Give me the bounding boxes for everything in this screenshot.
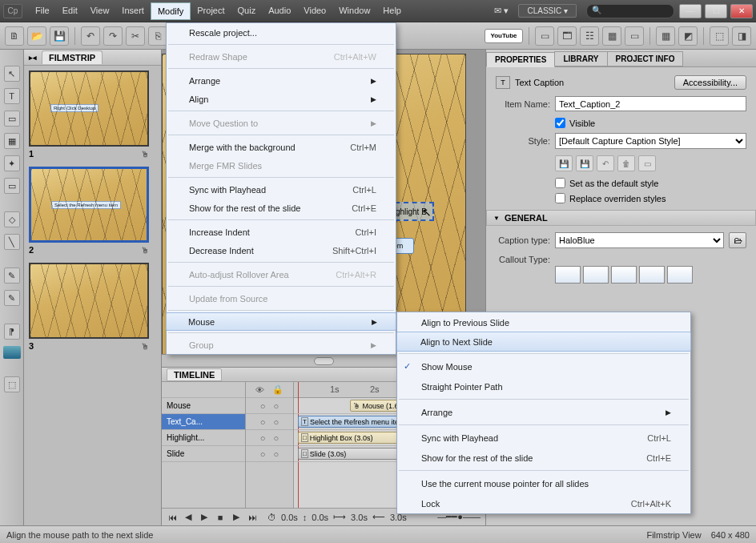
track-name[interactable]: Text_Ca... [162,414,245,430]
callout-option[interactable] [583,266,609,284]
tab-library[interactable]: LIBRARY [554,51,607,66]
replace-checkbox[interactable] [555,193,565,203]
caption-tool-icon[interactable]: ▭ [4,111,20,127]
style-save-icon[interactable]: 💾 [555,155,573,171]
submenu-item[interactable]: ✓Show Mouse [397,356,690,376]
menu-video[interactable]: Video [297,2,332,20]
callout-option[interactable] [555,266,581,284]
tool-h-icon[interactable]: ⬚ [710,26,729,46]
callout-option[interactable] [611,266,637,284]
menu-item[interactable]: Rescale project... [167,23,396,42]
tool-d-icon[interactable]: ▦ [602,26,621,46]
set-default-checkbox[interactable] [555,178,565,188]
end-icon[interactable]: ⏭ [247,512,258,523]
track-toggle[interactable]: ○○ [246,398,293,414]
save-icon[interactable]: 💾 [50,26,69,46]
menu-help[interactable]: Help [376,2,408,20]
menu-window[interactable]: Window [332,2,376,20]
stop-icon[interactable]: ■ [215,512,226,523]
filmstrip-slide[interactable]: Select the Refresh menu item2🖱 [29,167,156,255]
menu-item[interactable]: Arrange▶ [167,71,396,90]
accessibility-button[interactable]: Accessibility... [674,75,746,90]
mail-icon[interactable]: ✉ ▾ [489,6,513,16]
track-name[interactable]: Mouse [162,398,245,414]
browse-caption-icon[interactable]: 🗁 [729,232,746,248]
tool-b-icon[interactable]: 🗔 [557,26,577,46]
wand-tool-icon[interactable]: ✦ [4,155,20,171]
filmstrip-tab[interactable]: FILMSTRIP [42,50,103,64]
filmstrip-slide[interactable]: 3🖱 [29,263,156,351]
submenu-item[interactable]: LockCtrl+Alt+K [397,493,690,513]
text-tool-icon[interactable]: T [4,88,20,104]
shape-tool-icon[interactable]: ◇ [4,211,20,227]
submenu-item[interactable]: Arrange▶ [397,402,690,422]
select-tool-icon[interactable]: ↖ [4,66,20,82]
callout-option[interactable] [639,266,665,284]
menu-item[interactable]: Increase IndentCtrl+I [167,223,396,241]
track-toggle[interactable]: ○○ [246,446,293,462]
menu-item[interactable]: Decrease IndentShift+Ctrl+I [167,241,396,259]
track-name[interactable]: Highlight... [162,430,245,446]
general-section-header[interactable]: GENERAL [486,210,756,226]
callout-option[interactable] [667,266,693,284]
menu-item[interactable]: Merge with the backgroundCtrl+M [167,138,396,156]
tab-properties[interactable]: PROPERTIES [486,52,555,67]
extra-tool-icon[interactable]: ⬚ [4,376,20,392]
menu-project[interactable]: Project [191,2,231,20]
play-icon[interactable]: ▶ [199,512,210,523]
tool-i-icon[interactable]: ◨ [732,26,751,46]
copy-icon[interactable]: ⎘ [148,26,167,46]
draw-tool-icon[interactable]: ✎ [4,267,20,284]
highlight-tool-icon[interactable]: ▦ [4,133,20,149]
submenu-item[interactable]: Show for the rest of the slideCtrl+E [397,448,690,468]
submenu-item[interactable]: Use the current mouse pointer for all sl… [397,473,690,493]
menu-view[interactable]: View [84,2,116,20]
tab-project-info[interactable]: PROJECT INFO [607,51,684,66]
menu-item[interactable]: Sync with PlayheadCtrl+L [167,180,396,199]
youtube-button[interactable]: YouTube [485,29,523,43]
style-select[interactable]: [Default Capture Caption Style] [555,133,746,149]
menu-modify[interactable]: Modify [151,2,191,20]
open-icon[interactable]: 📂 [27,26,46,46]
tool-a-icon[interactable]: ▭ [535,26,554,46]
eye-icon[interactable]: 👁 [255,385,264,395]
prev-icon[interactable]: ◀ [183,512,194,523]
close-button[interactable]: ✕ [730,4,753,18]
submenu-item[interactable]: Align to Next Slide [396,332,691,352]
lock-icon[interactable]: 🔒 [272,384,284,395]
tool-e-icon[interactable]: ▭ [625,26,644,46]
menu-edit[interactable]: Edit [56,2,84,20]
workspace-switcher[interactable]: CLASSIC ▾ [518,4,577,18]
timeline-tab[interactable]: TIMELINE [167,368,222,381]
track-toggle[interactable]: ○○ [246,430,293,446]
next-icon[interactable]: ▶ [231,512,242,523]
cut-icon[interactable]: ✂ [126,26,145,46]
maximize-button[interactable]: ☐ [705,4,727,18]
menu-quiz[interactable]: Quiz [231,2,263,20]
menu-item[interactable]: Mouse▶ [166,312,396,331]
submenu-item[interactable]: Align to Previous Slide [397,312,690,332]
tool-f-icon[interactable]: ▦ [656,26,675,46]
eyedrop-tool-icon[interactable]: ⁋ [4,324,20,340]
rewind-icon[interactable]: ⏮ [167,512,178,523]
submenu-item[interactable]: Sync with PlayheadCtrl+L [397,428,690,448]
color-swatch[interactable] [3,346,21,359]
track-name[interactable]: Slide [162,446,245,462]
search-field[interactable]: 🔍 [586,4,674,18]
tool-c-icon[interactable]: ☷ [580,26,599,46]
undo-icon[interactable]: ↶ [81,26,100,46]
button-tool-icon[interactable]: ▭ [4,178,20,194]
submenu-item[interactable]: Straight Pointer Path [397,376,690,396]
visible-checkbox[interactable] [555,118,565,128]
menu-item[interactable]: Show for the rest of the slideCtrl+E [167,199,396,217]
filmstrip-slide[interactable]: Right Click Desktop1🖱 [29,70,156,159]
caption-type-select[interactable]: HaloBlue [555,232,724,248]
pencil-tool-icon[interactable]: ✎ [4,290,20,306]
style-reset-icon[interactable]: ↶ [597,155,614,171]
menu-insert[interactable]: Insert [115,2,151,20]
tool-g-icon[interactable]: ◩ [678,26,698,46]
line-tool-icon[interactable]: ╲ [4,234,20,250]
redo-icon[interactable]: ↷ [103,26,123,46]
menu-file[interactable]: File [29,2,56,20]
menu-audio[interactable]: Audio [262,2,297,20]
